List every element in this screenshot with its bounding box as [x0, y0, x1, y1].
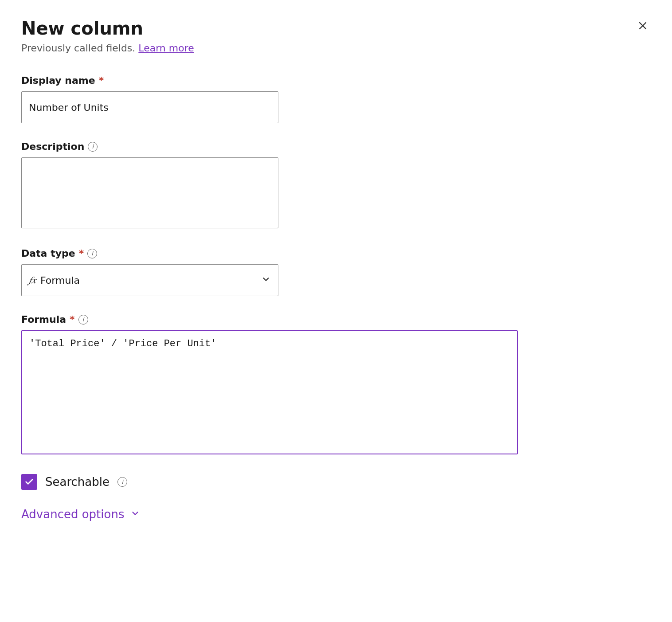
panel-header: New column	[21, 18, 651, 39]
panel-title: New column	[21, 18, 143, 39]
new-column-panel: New column Previously called fields. Lea…	[0, 0, 672, 622]
description-info-icon[interactable]: i	[88, 142, 98, 152]
data-type-field-group: Data type * i 𝑓𝑥 Formula	[21, 248, 651, 296]
formula-field-group: Formula * i 'Total Price' / 'Price Per U…	[21, 314, 651, 456]
description-input[interactable]	[21, 157, 278, 228]
display-name-field-group: Display name *	[21, 75, 651, 123]
learn-more-link[interactable]: Learn more	[138, 43, 194, 54]
description-label: Description i	[21, 141, 651, 152]
display-name-required: *	[99, 75, 104, 86]
advanced-options-chevron-icon	[130, 509, 140, 520]
searchable-label: Searchable	[45, 475, 109, 489]
description-field-group: Description i	[21, 141, 651, 230]
close-button[interactable]	[635, 18, 651, 34]
chevron-down-icon	[261, 274, 271, 286]
data-type-label: Data type * i	[21, 248, 651, 259]
data-type-info-icon[interactable]: i	[87, 249, 97, 258]
searchable-row: Searchable i	[21, 474, 651, 490]
data-type-value: Formula	[40, 275, 261, 286]
advanced-options-label: Advanced options	[21, 508, 124, 521]
subtitle: Previously called fields. Learn more	[21, 43, 651, 54]
formula-info-icon[interactable]: i	[78, 315, 88, 325]
data-type-required: *	[79, 248, 84, 259]
formula-icon: 𝑓𝑥	[29, 274, 36, 286]
data-type-select[interactable]: 𝑓𝑥 Formula	[21, 264, 278, 296]
display-name-input[interactable]	[21, 91, 278, 123]
formula-required: *	[70, 314, 75, 325]
formula-input[interactable]: 'Total Price' / 'Price Per Unit'	[21, 330, 518, 454]
searchable-checkbox[interactable]	[21, 474, 37, 490]
searchable-info-icon[interactable]: i	[117, 477, 127, 487]
display-name-label: Display name *	[21, 75, 651, 86]
formula-label: Formula * i	[21, 314, 651, 325]
advanced-options-row[interactable]: Advanced options	[21, 508, 651, 521]
